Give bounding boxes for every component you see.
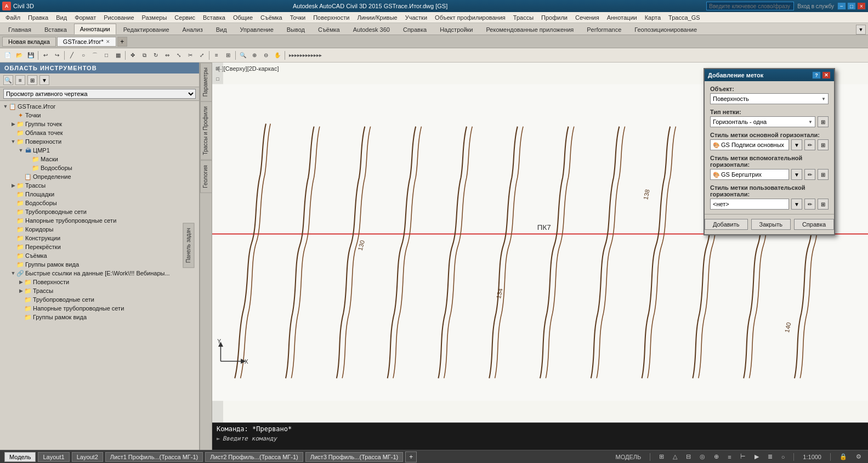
menu-surfaces[interactable]: Поверхности <box>310 13 353 22</box>
tab-layout1[interactable]: Layout1 <box>38 452 69 462</box>
tree-item-structures[interactable]: 📁Конструкции <box>0 234 199 242</box>
user-horiz-pick-btn[interactable]: ⊞ <box>818 199 829 210</box>
tb-zoom-in[interactable]: ⊕ <box>249 50 260 61</box>
tab-help[interactable]: Справка <box>397 24 433 35</box>
menu-common[interactable]: Общие <box>230 13 256 22</box>
minor-horiz-select-arrow[interactable]: ▼ <box>791 169 802 180</box>
tab-home[interactable]: Главная <box>2 24 37 35</box>
tb-zoom-all[interactable]: 🔍 <box>237 50 248 61</box>
tb-arc[interactable]: ⌒ <box>89 50 100 61</box>
scale-indicator[interactable]: 1:1000 <box>801 454 824 460</box>
tree-expand-surfaces[interactable]: ▼ <box>10 138 16 145</box>
menu-parcels[interactable]: Участки <box>402 13 430 22</box>
tree-item-surfaces[interactable]: ▼📁Поверхности <box>0 137 199 146</box>
menu-points[interactable]: Точки <box>287 13 309 22</box>
status-icon-otrack[interactable]: ≡ <box>725 454 733 460</box>
menu-grading[interactable]: Объект профилирования <box>432 13 509 22</box>
main-horiz-select[interactable]: 🎨 GS Подписи основных <box>710 139 789 150</box>
tb-properties[interactable]: ⊞ <box>223 50 234 61</box>
ribbon-settings-icon[interactable]: ▼ <box>856 25 866 35</box>
panel-icon-settings[interactable]: ▼ <box>39 75 49 85</box>
tb-move[interactable]: ✥ <box>127 50 138 61</box>
login-label[interactable]: Вход в службу <box>797 3 834 9</box>
tree-item-intersections[interactable]: 📁Перекрёстки <box>0 242 199 251</box>
menu-alignments[interactable]: Трассы <box>510 13 537 22</box>
tb-line[interactable]: ╱ <box>66 50 77 61</box>
tree-expand-root[interactable]: ▼ <box>2 103 9 110</box>
minor-horiz-edit-btn[interactable]: ✏ <box>804 169 815 180</box>
status-icon-polar[interactable]: ◎ <box>697 453 707 460</box>
user-horiz-edit-btn[interactable]: ✏ <box>804 199 815 210</box>
viewport[interactable]: [-][Сверху][2D-каркас] ⊞ □ △ ◎ ╋ ⊕ ⊖ ↔ ⟳… <box>212 63 868 422</box>
tab-add-layout[interactable]: + <box>405 451 417 462</box>
tree-item-point-clouds[interactable]: 📁Облака точек <box>0 128 199 137</box>
tasks-panel-tab[interactable]: Панель задач <box>183 223 194 268</box>
tab-layout2[interactable]: Layout2 <box>72 452 103 462</box>
tb-circle[interactable]: ○ <box>78 50 89 61</box>
tab-recommended[interactable]: Рекомендованные приложения <box>480 24 580 35</box>
tab-geolocation[interactable]: Геопозиционирование <box>628 24 703 35</box>
tree-item-masks[interactable]: 📁Маски <box>0 155 199 163</box>
tree-item-tsr1[interactable]: ▼🏔ЦМР1 <box>0 146 199 155</box>
menu-file[interactable]: Файл <box>2 13 24 22</box>
tab-output[interactable]: Вывод <box>281 24 311 35</box>
menu-lines[interactable]: Линии/Кривые <box>354 13 400 22</box>
tab-analysis[interactable]: Анализ <box>177 24 209 35</box>
tree-item-view-frames[interactable]: 📁Группы рамок вида <box>0 260 199 269</box>
side-tab-params[interactable]: Параметры <box>200 63 212 101</box>
status-icon-ortho[interactable]: ⊟ <box>684 453 693 460</box>
tb-zoom-out[interactable]: ⊖ <box>260 50 271 61</box>
tree-item-watersheds[interactable]: 📁Водосборы <box>0 163 199 172</box>
tree-item-alignments[interactable]: ▶📁Трассы <box>0 181 199 190</box>
status-icon-ducs[interactable]: ⊢ <box>738 453 748 460</box>
panel-icon-list[interactable]: ≡ <box>15 75 25 85</box>
active-drawing-select[interactable]: Просмотр активного чертежа <box>3 89 196 99</box>
object-select[interactable]: Поверхность ▼ <box>710 93 829 104</box>
menu-draw[interactable]: Рисование <box>100 13 137 22</box>
tree-item-survey[interactable]: 📁Съёмка <box>0 251 199 260</box>
menu-edit[interactable]: Правка <box>25 13 52 22</box>
tab-add-button[interactable]: + <box>117 37 127 47</box>
main-horiz-pick-btn[interactable]: ⊞ <box>818 139 829 150</box>
status-icon-lw[interactable]: ≣ <box>765 453 775 460</box>
menu-sections[interactable]: Сечения <box>572 13 603 22</box>
tree-expand-point-groups[interactable]: ▶ <box>10 121 16 127</box>
status-icon-dyn[interactable]: ▶ <box>752 453 761 460</box>
tab-insert[interactable]: Вставка <box>38 24 73 35</box>
tab-annotations[interactable]: Аннотации <box>74 24 116 35</box>
menu-service[interactable]: Сервис <box>171 13 198 22</box>
maximize-button[interactable]: □ <box>847 2 856 10</box>
status-icon-snap[interactable]: △ <box>671 453 679 460</box>
command-input-text[interactable]: Введите команду <box>223 435 277 442</box>
tb-undo[interactable]: ↩ <box>40 50 51 61</box>
tb-rect[interactable]: □ <box>101 50 112 61</box>
tree-item-pressure-pipe[interactable]: 📁Напорные трубопроводные сети <box>0 216 199 225</box>
tree-item-point-groups[interactable]: ▶📁Группы точек <box>0 120 199 128</box>
menu-insert[interactable]: Вставка <box>200 13 229 22</box>
main-horiz-select-arrow[interactable]: ▼ <box>791 139 802 150</box>
search-icon[interactable]: 🔍 <box>3 75 13 85</box>
tb-trim[interactable]: ✂ <box>185 50 196 61</box>
tab-addons[interactable]: Надстройки <box>434 24 479 35</box>
add-button[interactable]: Добавить <box>705 219 748 230</box>
tab-sheet3[interactable]: Лист3 Профиль...(Трасса МГ-1) <box>305 452 403 462</box>
menu-view[interactable]: Вид <box>53 13 70 22</box>
tb-save[interactable]: 💾 <box>25 50 36 61</box>
tree-item-catchments[interactable]: 📁Водосборы <box>0 199 199 207</box>
menu-trace[interactable]: Трасса_GS <box>665 13 703 22</box>
tab-edit[interactable]: Редактирование <box>117 24 175 35</box>
status-icon-grid[interactable]: ⊞ <box>657 453 666 460</box>
tab-new[interactable]: Новая вкладка <box>2 37 56 47</box>
tree-item-external-refs[interactable]: ▼🔗Быстрые ссылки на данные [E:\Work\!!! … <box>0 269 199 278</box>
tab-manage[interactable]: Управление <box>234 24 280 35</box>
tree-item-points[interactable]: ✦Точки <box>0 111 199 120</box>
tree-expand-tsr1[interactable]: ▼ <box>18 147 24 154</box>
dialog-help-icon[interactable]: ? <box>812 71 821 79</box>
tb-redo[interactable]: ↪ <box>52 50 63 61</box>
menu-annotations[interactable]: Аннотации <box>604 13 640 22</box>
net-type-options-btn[interactable]: ⊞ <box>818 116 829 127</box>
menu-dimensions[interactable]: Размеры <box>139 13 171 22</box>
tab-gstrace[interactable]: GSTrace.Итог* ✕ <box>57 37 116 47</box>
tab-sheet1[interactable]: Лист1 Профиль...(Трасса МГ-1) <box>105 452 203 462</box>
help-button[interactable]: Справка <box>794 219 834 230</box>
